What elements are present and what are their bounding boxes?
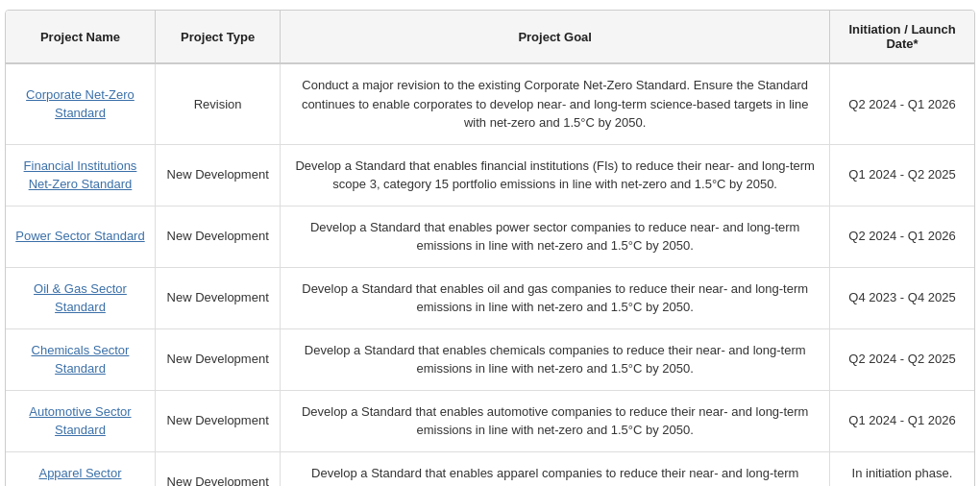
project-goal-cell: Develop a Standard that enables oil and … <box>281 267 830 328</box>
table-header-row: Project Name Project Type Project Goal I… <box>6 11 974 63</box>
project-name-link[interactable]: Corporate Net-Zero Standard <box>26 87 135 121</box>
header-initiation-date: Initiation / Launch Date* <box>830 11 974 63</box>
initiation-date-cell: Q1 2024 - Q2 2025 <box>830 144 974 206</box>
initiation-date-cell: Q1 2024 - Q1 2026 <box>830 390 974 451</box>
project-goal-cell: Develop a Standard that enables financia… <box>281 144 830 206</box>
table-row: Automotive Sector StandardNew Developmen… <box>6 390 974 451</box>
project-name-link[interactable]: Apparel Sector Standard <box>38 466 121 487</box>
project-type-cell: New Development <box>155 144 280 206</box>
project-name-cell: Apparel Sector Standard <box>6 451 155 486</box>
project-name-link[interactable]: Automotive Sector Standard <box>29 404 131 438</box>
project-name-cell: Oil & Gas Sector Standard <box>6 267 155 328</box>
project-goal-cell: Develop a Standard that enables apparel … <box>281 451 830 486</box>
project-name-link[interactable]: Power Sector Standard <box>15 229 144 243</box>
table-row: Corporate Net-Zero StandardRevisionCondu… <box>6 63 974 144</box>
project-name-link[interactable]: Chemicals Sector Standard <box>32 343 130 377</box>
project-type-cell: Revision <box>155 63 280 144</box>
initiation-date-cell: Q4 2023 - Q4 2025 <box>830 267 974 328</box>
initiation-date-cell: Q2 2024 - Q1 2026 <box>830 206 974 267</box>
project-type-cell: New Development <box>155 390 280 451</box>
project-type-cell: New Development <box>155 206 280 267</box>
project-name-cell: Chemicals Sector Standard <box>6 328 155 390</box>
project-type-cell: New Development <box>155 451 280 486</box>
header-project-type: Project Type <box>155 11 280 63</box>
project-goal-cell: Develop a Standard that enables power se… <box>281 206 830 267</box>
table-row: Chemicals Sector StandardNew Development… <box>6 328 974 390</box>
project-name-link[interactable]: Financial Institutions Net-Zero Standard <box>24 158 137 192</box>
table-body: Corporate Net-Zero StandardRevisionCondu… <box>6 63 974 486</box>
table-row: Financial Institutions Net-Zero Standard… <box>6 144 974 206</box>
project-type-cell: New Development <box>155 328 280 390</box>
initiation-date-cell: In initiation phase. Dates to be confirm… <box>830 451 974 486</box>
table-row: Oil & Gas Sector StandardNew Development… <box>6 267 974 328</box>
main-table-wrapper: Project Name Project Type Project Goal I… <box>5 10 975 486</box>
header-project-goal: Project Goal <box>281 11 830 63</box>
project-name-link[interactable]: Oil & Gas Sector Standard <box>34 281 127 315</box>
project-type-cell: New Development <box>155 267 280 328</box>
table-row: Power Sector StandardNew DevelopmentDeve… <box>6 206 974 267</box>
project-name-cell: Financial Institutions Net-Zero Standard <box>6 144 155 206</box>
project-name-cell: Corporate Net-Zero Standard <box>6 63 155 144</box>
table-row: Apparel Sector StandardNew DevelopmentDe… <box>6 451 974 486</box>
header-project-name: Project Name <box>6 11 155 63</box>
project-goal-cell: Develop a Standard that enables automoti… <box>281 390 830 451</box>
project-name-cell: Automotive Sector Standard <box>6 390 155 451</box>
projects-table: Project Name Project Type Project Goal I… <box>6 11 974 486</box>
project-goal-cell: Develop a Standard that enables chemical… <box>281 328 830 390</box>
project-goal-cell: Conduct a major revision to the existing… <box>281 63 830 144</box>
initiation-date-cell: Q2 2024 - Q1 2026 <box>830 63 974 144</box>
project-name-cell: Power Sector Standard <box>6 206 155 267</box>
initiation-date-cell: Q2 2024 - Q2 2025 <box>830 328 974 390</box>
